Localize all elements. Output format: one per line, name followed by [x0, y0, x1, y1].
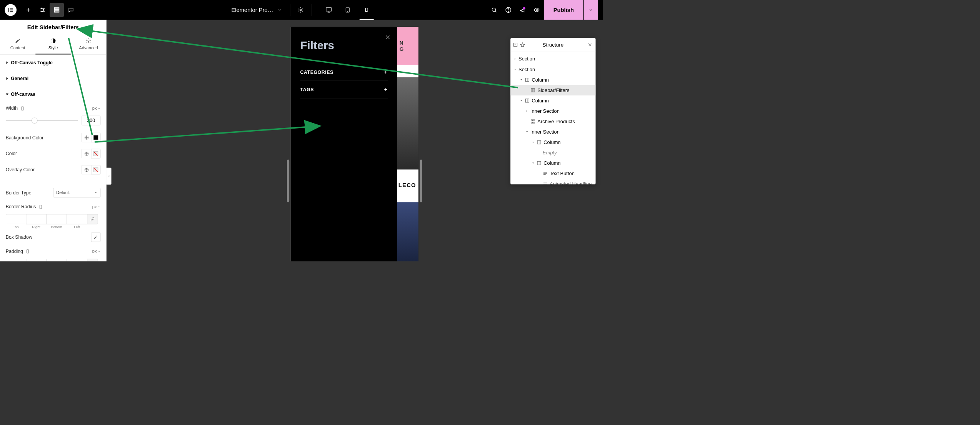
structure-panel: Structure SectionSectionColumnSidebar/Fi… [510, 38, 595, 184]
chevron-down-icon [278, 8, 282, 12]
close-button[interactable] [588, 42, 592, 47]
tree-item[interactable]: Sidebar/Filters [510, 85, 595, 95]
tab-content[interactable]: Content [0, 34, 35, 55]
svg-rect-2 [10, 10, 13, 10]
color-swatch[interactable] [91, 149, 101, 159]
publish-options-button[interactable] [584, 0, 598, 20]
navigator-settings-button[interactable] [520, 42, 525, 47]
site-settings-button[interactable] [35, 3, 50, 17]
mobile-device-button[interactable] [357, 0, 376, 20]
tree-item[interactable]: Column [510, 95, 595, 106]
add-element-button[interactable] [21, 3, 35, 17]
product-image-2 [397, 202, 418, 261]
scrollbar[interactable] [287, 160, 289, 202]
svg-rect-36 [27, 249, 29, 253]
global-color-button[interactable] [82, 133, 91, 142]
collapse-all-button[interactable] [513, 42, 518, 47]
structure-header: Structure [510, 38, 595, 52]
slider-thumb[interactable] [32, 118, 37, 124]
svg-point-20 [347, 11, 348, 12]
notes-button[interactable] [64, 3, 78, 17]
radius-unit-dropdown[interactable]: px [92, 204, 101, 209]
svg-rect-48 [531, 89, 533, 92]
filter-tags[interactable]: TAGS + [300, 81, 388, 98]
padding-bottom-input[interactable] [47, 259, 67, 261]
radius-right-input[interactable] [26, 214, 47, 224]
global-color-button[interactable] [82, 165, 91, 175]
help-button[interactable] [501, 3, 515, 17]
width-unit-label: px [92, 106, 97, 111]
overlay-label: Overlay Color [6, 167, 35, 172]
radius-bottom-input[interactable] [47, 214, 67, 224]
section-offcanvas-toggle[interactable]: Off-Canvas Toggle [6, 55, 101, 70]
svg-point-29 [88, 40, 89, 42]
publish-button[interactable]: Publish [544, 0, 583, 20]
svg-rect-30 [22, 107, 23, 110]
page-settings-button[interactable] [293, 3, 308, 17]
width-input[interactable] [82, 116, 100, 125]
padding-unit-dropdown[interactable]: px [92, 249, 101, 254]
padding-right-input[interactable] [26, 259, 47, 261]
desktop-device-button[interactable] [319, 0, 338, 20]
tree-item[interactable]: Section [510, 54, 595, 64]
padding-left-input[interactable] [67, 259, 87, 261]
width-slider[interactable] [6, 120, 78, 121]
preview-canvas[interactable]: N G LECO ✕ Filters CATEGORIES + TAGS + [291, 27, 418, 261]
control-border-type-row: Border Type Default [6, 185, 101, 201]
radius-left-input[interactable] [67, 214, 87, 224]
border-type-select[interactable]: Default [53, 188, 100, 197]
tree-item[interactable]: Archive Products [510, 116, 595, 127]
radius-side-labels: Top Right Bottom Left [6, 225, 101, 229]
tree-item[interactable]: Column [510, 158, 595, 168]
banner-line1: N [400, 40, 416, 46]
tree-item[interactable]: Text Button [510, 168, 595, 179]
tree-item[interactable]: Empty [510, 147, 595, 158]
link-values-button[interactable] [87, 214, 98, 224]
divider-line [6, 181, 101, 181]
padding-top-input[interactable] [6, 259, 26, 261]
finder-search-button[interactable] [487, 3, 501, 17]
divider [290, 4, 290, 16]
svg-marker-45 [520, 79, 522, 80]
overlay-swatch[interactable] [91, 165, 101, 175]
radius-top-input[interactable] [6, 214, 26, 224]
padding-label: Padding [6, 249, 23, 254]
global-color-button[interactable] [82, 149, 91, 159]
tab-style[interactable]: Style [35, 34, 71, 55]
filter-categories[interactable]: CATEGORIES + [300, 64, 388, 81]
chevron-down-icon [98, 107, 100, 110]
tree-item[interactable]: Column [510, 75, 595, 85]
bgcolor-swatch[interactable] [91, 133, 101, 142]
svg-marker-58 [526, 131, 528, 132]
structure-button[interactable] [50, 3, 64, 17]
scrollbar[interactable] [420, 160, 422, 202]
link-values-button[interactable] [87, 259, 98, 261]
mobile-icon [25, 249, 30, 254]
tabs-row: Content Style Advanced [0, 34, 106, 55]
bgcolor-label: Background Color [6, 135, 43, 140]
tablet-device-button[interactable] [338, 0, 357, 20]
left-label: Left [67, 225, 87, 229]
box-shadow-edit-button[interactable] [91, 233, 101, 242]
section-general[interactable]: General [6, 70, 101, 86]
section-offcanvas[interactable]: Off-canvas [6, 86, 101, 102]
tree-item[interactable]: Animated Headline [510, 179, 595, 184]
document-dropdown[interactable]: Elementor Produ… [227, 0, 287, 20]
width-unit-dropdown[interactable]: px [92, 106, 101, 111]
tree-item[interactable]: Section [510, 64, 595, 75]
elementor-logo[interactable] [5, 4, 17, 16]
svg-rect-16 [326, 8, 332, 11]
preview-button[interactable] [530, 3, 544, 17]
whats-new-button[interactable] [515, 3, 530, 17]
tab-advanced[interactable]: Advanced [71, 34, 106, 55]
tree-item[interactable]: Inner Section [510, 127, 595, 137]
tree-item[interactable]: Inner Section [510, 106, 595, 116]
svg-rect-0 [8, 8, 9, 12]
panel-scroll: Off-Canvas Toggle General Off-canvas Wid… [0, 55, 106, 261]
svg-point-15 [300, 9, 302, 11]
close-icon[interactable]: ✕ [385, 33, 390, 41]
banner-block: N G [397, 27, 418, 65]
svg-marker-59 [532, 142, 534, 142]
tree-item[interactable]: Column [510, 137, 595, 147]
control-bgcolor-row: Background Color [6, 129, 101, 146]
